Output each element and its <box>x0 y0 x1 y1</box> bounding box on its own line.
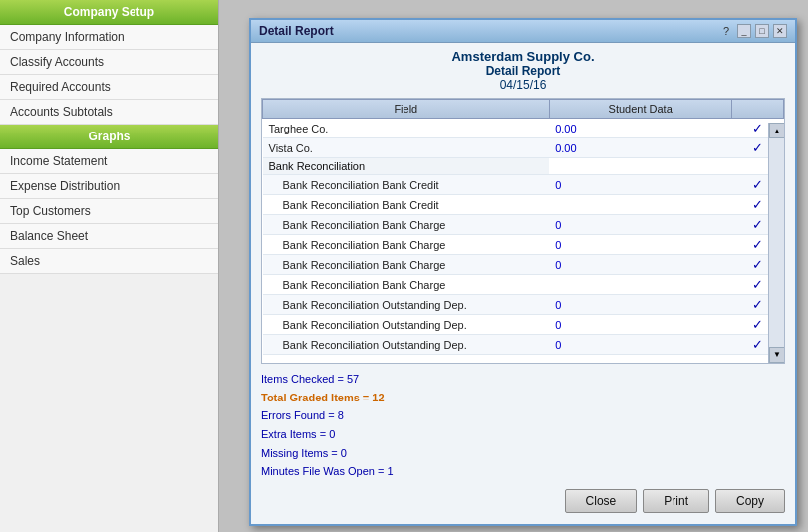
table-cell-value: 0 <box>549 175 731 195</box>
table-cell-value: 0 <box>549 255 731 275</box>
sidebar-item-income-statement[interactable]: Income Statement <box>0 149 218 174</box>
table-cell-field: Bank Reconciliation Bank Charge <box>263 275 550 295</box>
stat-line: Missing Items = 0 <box>261 444 785 463</box>
table-row: Bank Reconciliation Bank Credit✓ <box>263 195 784 215</box>
sidebar-item-expense-distribution[interactable]: Expense Distribution <box>0 174 218 199</box>
stat-line: Total Graded Items = 12 <box>261 389 785 407</box>
dialog-controls: ? _ □ ✕ <box>723 24 787 38</box>
table-cell-value: 0 <box>549 235 731 255</box>
report-date: 04/15/16 <box>261 78 785 92</box>
table-cell-field: Vista Co. <box>263 138 550 158</box>
table-row: Bank Reconciliation Outstanding Dep.0✓ <box>263 295 784 315</box>
table-row: Bank Reconciliation Bank Charge0✓ <box>263 235 784 255</box>
table-cell-value <box>549 158 731 175</box>
col-field-header: Field <box>263 100 550 119</box>
sidebar-item-classify-accounts[interactable]: Classify Accounts <box>0 50 218 75</box>
dialog-close-button[interactable]: ✕ <box>773 24 787 38</box>
report-company-name: Amsterdam Supply Co. <box>261 49 785 64</box>
dialog-help-button[interactable]: ? <box>723 25 729 37</box>
graphs-header: Graphs <box>0 125 218 149</box>
stat-line: Minutes File Was Open = 1 <box>261 462 785 481</box>
table-row: Bank Reconciliation Bank Credit0✓ <box>263 175 784 195</box>
report-table: Field Student Data Targhee Co.0.00✓Vista… <box>262 99 784 355</box>
dialog-title: Detail Report <box>259 24 334 38</box>
sidebar-item-sales[interactable]: Sales <box>0 249 218 274</box>
stat-line: Errors Found = 8 <box>261 406 785 425</box>
stat-line: Items Checked = 57 <box>261 370 785 389</box>
table-cell-field: Targhee Co. <box>263 119 550 138</box>
table-row: Bank Reconciliation Outstanding Dep.0✓ <box>263 315 784 335</box>
table-cell-value <box>549 195 731 215</box>
table-cell-value: 0 <box>549 315 731 335</box>
sidebar-item-accounts-subtotals[interactable]: Accounts Subtotals <box>0 100 218 125</box>
dialog-maximize-button[interactable]: □ <box>755 24 769 38</box>
sidebar-item-required-accounts[interactable]: Required Accounts <box>0 75 218 100</box>
sidebar-item-top-customers[interactable]: Top Customers <box>0 199 218 224</box>
table-cell-field: Bank Reconciliation Outstanding Dep. <box>263 335 550 355</box>
table-cell-value: 0.00 <box>549 138 731 158</box>
sidebar-item-balance-sheet[interactable]: Balance Sheet <box>0 224 218 249</box>
copy-button[interactable]: Copy <box>715 489 785 513</box>
table-cell-field: Bank Reconciliation Bank Charge <box>263 235 550 255</box>
report-table-container: Field Student Data Targhee Co.0.00✓Vista… <box>261 98 785 364</box>
dialog-content: Amsterdam Supply Co. Detail Report 04/15… <box>251 43 795 519</box>
table-row: Bank Reconciliation Bank Charge0✓ <box>263 215 784 235</box>
dialog-titlebar: Detail Report ? _ □ ✕ <box>251 20 795 43</box>
table-row: Bank Reconciliation Bank Charge0✓ <box>263 255 784 275</box>
table-cell-field: Bank Reconciliation Bank Credit <box>263 175 550 195</box>
detail-report-dialog: Detail Report ? _ □ ✕ Amsterdam Supply C… <box>249 18 797 526</box>
col-check-header <box>731 100 783 119</box>
scroll-up-button[interactable]: ▲ <box>769 123 785 138</box>
report-subtitle: Detail Report <box>261 64 785 78</box>
table-cell-field: Bank Reconciliation Bank Charge <box>263 215 550 235</box>
report-header: Amsterdam Supply Co. Detail Report 04/15… <box>261 49 785 92</box>
table-row: Targhee Co.0.00✓ <box>263 119 784 138</box>
scroll-down-button[interactable]: ▼ <box>769 347 785 363</box>
print-button[interactable]: Print <box>643 489 709 513</box>
table-cell-field: Bank Reconciliation Outstanding Dep. <box>263 295 550 315</box>
table-cell-value: 0 <box>549 215 731 235</box>
table-cell-field: Bank Reconciliation Bank Charge <box>263 255 550 275</box>
close-button[interactable]: Close <box>565 489 638 513</box>
button-row: Close Print Copy <box>261 489 785 513</box>
table-row: Vista Co.0.00✓ <box>263 138 784 158</box>
table-cell-field: Bank Reconciliation Bank Credit <box>263 195 550 215</box>
sidebar: Company Setup Company Information Classi… <box>0 0 219 532</box>
scrollbar[interactable]: ▲ ▼ <box>768 123 784 363</box>
table-cell-field: Bank Reconciliation Outstanding Dep. <box>263 315 550 335</box>
table-cell-value: 0 <box>549 335 731 355</box>
stat-line: Extra Items = 0 <box>261 425 785 444</box>
table-row: Bank Reconciliation Outstanding Dep.0✓ <box>263 335 784 355</box>
table-row: Bank Reconciliation Bank Charge✓ <box>263 275 784 295</box>
dialog-minimize-button[interactable]: _ <box>737 24 751 38</box>
table-cell-value <box>549 275 731 295</box>
table-row: Bank Reconciliation <box>263 158 784 175</box>
stats-area: Items Checked = 57Total Graded Items = 1… <box>261 370 785 481</box>
table-cell-field: Bank Reconciliation <box>263 158 550 175</box>
col-student-data-header: Student Data <box>549 100 731 119</box>
company-setup-header: Company Setup <box>0 0 218 25</box>
table-cell-value: 0.00 <box>549 119 731 138</box>
table-cell-value: 0 <box>549 295 731 315</box>
sidebar-item-company-information[interactable]: Company Information <box>0 25 218 50</box>
